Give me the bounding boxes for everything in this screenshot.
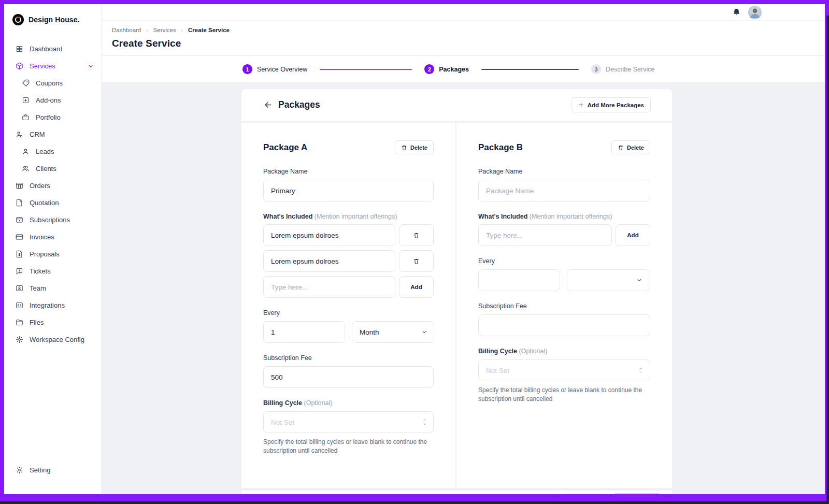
chevron-down-icon [422, 423, 427, 426]
sidebar-item-files[interactable]: Files [4, 314, 101, 331]
number-stepper[interactable] [639, 367, 644, 374]
sidebar-footer: Setting [4, 462, 101, 494]
every-quantity-input[interactable] [478, 269, 560, 291]
sidebar-item-label: Proposals [30, 250, 60, 258]
sidebar-item-label: Workspace Config [30, 336, 84, 343]
sidebar-item-orders[interactable]: Orders [4, 177, 101, 194]
folder-icon [16, 319, 23, 326]
breadcrumb-separator-icon: › [181, 27, 183, 33]
sidebar-item-integrations[interactable]: Integrations [4, 297, 101, 314]
billing-cycle-input[interactable] [263, 411, 434, 433]
breadcrumb-services[interactable]: Services [153, 27, 176, 33]
breadcrumb-separator-icon: › [146, 27, 148, 33]
add-included-item-button[interactable]: Add [616, 224, 650, 246]
sidebar-item-label: Clients [36, 165, 56, 172]
doc-dollar-icon [16, 250, 23, 258]
sidebar-item-clients[interactable]: Clients [4, 160, 101, 177]
every-unit-select[interactable] [567, 269, 649, 291]
plus-icon [578, 102, 584, 108]
cancel-button[interactable]: Cancel [560, 494, 609, 494]
chevron-up-icon [422, 419, 427, 422]
code-box-icon [16, 301, 23, 309]
user-avatar[interactable] [748, 6, 762, 19]
number-stepper[interactable] [422, 419, 427, 426]
sidebar-item-crm[interactable]: CRM [4, 126, 101, 143]
sidebar-item-add-ons[interactable]: Add-ons [4, 92, 101, 109]
every-quantity-input[interactable] [263, 321, 345, 343]
trash-icon [413, 258, 420, 265]
step-connector [481, 69, 579, 70]
sidebar-item-label: Portfolio [36, 113, 61, 121]
main-area: Dashboard › Services › Create Service Cr… [102, 4, 825, 494]
page-title: Create Service [112, 38, 814, 49]
card-icon [16, 233, 23, 241]
subscription-fee-input[interactable] [478, 314, 650, 336]
add-included-item-button[interactable]: Add [399, 276, 434, 298]
app-screen: Design House. DashboardServicesCouponsAd… [4, 4, 825, 494]
remove-included-item-button[interactable] [399, 250, 434, 272]
grid-icon [16, 45, 23, 53]
packages-card-footer: Cancel Next [241, 491, 672, 494]
sidebar-item-subscriptions[interactable]: Subscriptions [4, 211, 101, 228]
brand-logo-icon [12, 14, 24, 25]
every-label: Every [263, 309, 434, 316]
sidebar-item-invoices[interactable]: Invoices [4, 228, 101, 246]
included-item-input[interactable] [263, 224, 395, 246]
doc-icon [16, 199, 23, 207]
sidebar-item-label: Quotation [30, 199, 59, 207]
included-label: What's Included (Mention important offer… [478, 213, 650, 220]
billing-cycle-label: Billing Cycle (Optional) [478, 348, 650, 355]
package-a-title: Package A [263, 142, 307, 153]
delete-package-b-button[interactable]: Delete [611, 140, 650, 154]
packages-card: Packages Add More Packages Package A [241, 89, 672, 494]
chevron-down-icon [421, 329, 427, 335]
sidebar-item-portfolio[interactable]: Portfolio [4, 109, 101, 126]
every-label: Every [478, 257, 650, 265]
sidebar-item-label: Subscriptions [30, 216, 70, 224]
tag-icon [22, 79, 30, 87]
sidebar-item-workspace-config[interactable]: Workspace Config [4, 331, 101, 348]
cube-icon [16, 62, 23, 70]
step-service-overview[interactable]: 1 Service Overview [242, 64, 307, 74]
add-more-packages-button[interactable]: Add More Packages [571, 97, 651, 112]
next-button[interactable]: Next [612, 494, 662, 494]
step-number: 3 [591, 64, 601, 74]
step-connector [320, 69, 412, 70]
step-describe-service[interactable]: 3 Describe Service [591, 64, 654, 74]
sidebar: Design House. DashboardServicesCouponsAd… [4, 4, 102, 494]
package-b-name-input[interactable] [478, 180, 650, 201]
id-card-icon [16, 284, 23, 292]
breadcrumb-dashboard[interactable]: Dashboard [112, 27, 141, 33]
sidebar-item-setting[interactable]: Setting [4, 462, 101, 479]
gear-icon [16, 336, 23, 343]
included-new-item-input[interactable] [263, 276, 395, 298]
package-a-column: Package A Delete Package Name [241, 123, 456, 488]
chevron-down-icon [636, 277, 642, 283]
subscription-fee-label: Subscription Fee [478, 303, 650, 310]
trash-icon [413, 232, 420, 239]
step-packages[interactable]: 2 Packages [424, 64, 469, 74]
billing-cycle-input[interactable] [478, 359, 650, 381]
every-unit-select[interactable]: Month [352, 321, 434, 343]
subscription-icon [16, 216, 23, 224]
sidebar-item-label: Leads [36, 148, 54, 155]
user-gear-icon [16, 131, 23, 138]
sidebar-item-leads[interactable]: Leads [4, 143, 101, 160]
sidebar-item-dashboard[interactable]: Dashboard [4, 40, 101, 57]
sidebar-item-quotation[interactable]: Quotation [4, 194, 101, 211]
notifications-bell-icon[interactable] [732, 8, 741, 17]
sidebar-item-proposals[interactable]: Proposals [4, 246, 101, 263]
remove-included-item-button[interactable] [399, 224, 434, 246]
sidebar-item-team[interactable]: Team [4, 280, 101, 297]
included-new-item-input[interactable] [478, 224, 612, 246]
step-label: Packages [439, 66, 469, 73]
sidebar-item-tickets[interactable]: Tickets [4, 263, 101, 280]
sidebar-item-services[interactable]: Services [4, 57, 101, 75]
included-item-input[interactable] [263, 250, 395, 272]
package-a-name-input[interactable] [263, 180, 434, 201]
back-arrow-icon[interactable] [264, 100, 273, 109]
sidebar-item-coupons[interactable]: Coupons [4, 75, 101, 92]
delete-package-a-button[interactable]: Delete [395, 140, 434, 154]
subscription-fee-input[interactable] [263, 366, 434, 388]
plus-square-icon [22, 96, 30, 104]
